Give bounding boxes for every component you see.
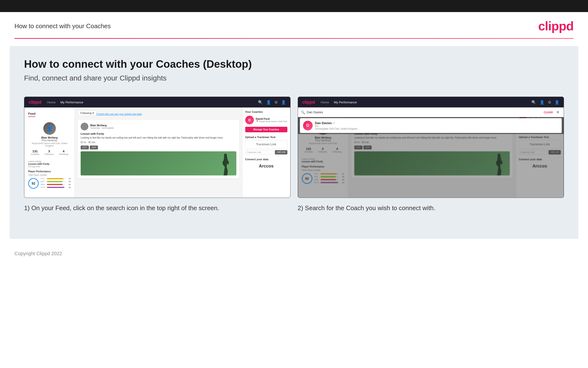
manage-coaches-button[interactable]: Manage Your Coaches — [245, 127, 287, 132]
page-title: How to connect with your Coaches — [14, 22, 111, 30]
result-avatar: D — [303, 121, 313, 130]
profile-name: Blair McHarg — [28, 136, 71, 139]
post-buttons: OTT APP — [81, 146, 236, 149]
perf-bars: OTT 90 APP 85 — [41, 178, 71, 189]
profile-avatar: 👤 — [43, 122, 56, 135]
clear-button[interactable]: CLEAR — [544, 111, 553, 114]
add-link-button[interactable]: Add Link — [275, 150, 287, 155]
panel-1: clippd Home My Performance 🔍 👤 ⚙ 👤 — [24, 97, 290, 212]
search-icon[interactable]: 🔍 — [258, 100, 263, 105]
browser-screenshot-1: clippd Home My Performance 🔍 👤 ⚙ 👤 — [24, 97, 290, 198]
app-nav-2: clippd Home My Performance 🔍 👤 ⚙ 👤 — [298, 97, 564, 108]
ott-btn[interactable]: OTT — [81, 146, 89, 149]
app-logo-2: clippd — [302, 100, 315, 105]
app-sidebar-1: Feed 👤 Blair McHarg Plus Handicap Royal … — [24, 108, 75, 198]
app-logo-1: clippd — [29, 100, 41, 105]
search-input-display[interactable]: Dan Davies — [307, 110, 542, 114]
result-club: Sunningdale Golf Club, United Kingdom — [315, 128, 358, 130]
feed-label: Feed — [28, 112, 35, 117]
upload-section: Upload a Trackman Test Trackman Link Tra… — [245, 136, 287, 155]
search-result-item[interactable]: D Dan Davies ✓ Pro Sunningdale Golf Club… — [300, 118, 562, 133]
search-icon-overlay: 🔍 — [301, 110, 305, 114]
control-link[interactable]: Control who can see your activity and da… — [97, 113, 142, 115]
nav-my-performance-2[interactable]: My Performance — [334, 101, 357, 104]
app-nav-icons-2: 🔍 👤 ⚙ 👤 — [531, 100, 559, 105]
copyright-text: Copyright Clippd 2022 — [14, 251, 62, 256]
app-nav-icons-1: 🔍 👤 ⚙ 👤 — [258, 100, 286, 105]
player-performance: Player Performance Total Player Quality … — [28, 170, 71, 189]
coaches-title: Your Coaches — [245, 110, 287, 113]
search-icon-2[interactable]: 🔍 — [531, 100, 536, 105]
nav-my-performance[interactable]: My Performance — [61, 101, 83, 104]
coach-item: D David Ford 📍 Royal North Devon Golf Cl… — [245, 116, 287, 124]
profile-icon-2[interactable]: 👤 — [540, 100, 544, 105]
trackman-box: Trackman Link — [245, 140, 287, 149]
screenshots-row: clippd Home My Performance 🔍 👤 ⚙ 👤 — [24, 97, 564, 212]
post-title: Lesson with Fordy — [81, 132, 236, 135]
search-overlay: 🔍 Dan Davies CLEAR ✕ D Dan Davies ✓ Pro — [298, 108, 564, 134]
result-role: Pro — [315, 125, 358, 128]
app-btn[interactable]: APP — [90, 146, 98, 149]
post-author-avatar — [81, 123, 88, 130]
trackman-input[interactable]: Trackman Link — [245, 150, 274, 155]
quality-score: 92 — [28, 178, 39, 189]
stat-followers: 3 Followers — [44, 149, 54, 156]
app-body-1: Feed 👤 Blair McHarg Plus Handicap Royal … — [24, 108, 290, 198]
search-bar: 🔍 Dan Davies CLEAR ✕ — [298, 108, 564, 117]
step-1-label: 1) On your Feed, click on the search ico… — [24, 204, 290, 212]
settings-icon-2[interactable]: ⚙ — [548, 100, 551, 105]
latest-activity: Latest Activity Lesson with Fordy 03 Aug… — [28, 160, 71, 168]
main-content: How to connect with your Coaches (Deskto… — [10, 46, 578, 239]
post-author: Blair McHarg Yesterday · Sunningdale — [81, 123, 236, 130]
nav-home[interactable]: Home — [47, 101, 56, 104]
step-2-label: 2) Search for the Coach you wish to conn… — [298, 204, 564, 212]
account-icon-2[interactable]: 👤 — [554, 100, 559, 105]
post-text: Looking to feel like my hands are exitin… — [81, 136, 236, 139]
app-nav-links-2: Home My Performance — [321, 101, 357, 104]
golfer-silhouette — [219, 154, 232, 175]
post-image — [81, 151, 236, 175]
footer: Copyright Clippd 2022 — [0, 246, 588, 261]
clippd-logo: clippd — [538, 19, 574, 33]
post-duration: 01 hr : 30 min — [81, 141, 236, 144]
location-icon: 📍 — [256, 120, 258, 123]
main-title: How to connect with your Coaches (Deskto… — [24, 58, 564, 70]
app-nav-1: clippd Home My Performance 🔍 👤 ⚙ 👤 — [24, 97, 290, 108]
profile-stats: 131 Activities 3 Followers 4 Following — [28, 149, 71, 156]
panel-2: clippd Home My Performance 🔍 👤 ⚙ 👤 — [298, 97, 564, 212]
nav-home-2[interactable]: Home — [321, 101, 329, 104]
result-name: Dan Davies — [315, 121, 332, 125]
top-bar — [0, 0, 588, 12]
main-subtitle: Find, connect and share your Clippd insi… — [24, 74, 564, 82]
following-button[interactable]: Following ▾ — [78, 110, 97, 116]
settings-icon[interactable]: ⚙ — [274, 100, 278, 105]
profile-card: 👤 Blair McHarg Plus Handicap Royal North… — [28, 120, 71, 158]
stat-activities: 131 Activities — [31, 149, 39, 156]
stat-following: 4 Following — [59, 149, 68, 156]
app-feed-1: Following ▾ Control who can see your act… — [75, 108, 242, 198]
profile-club: Royal North Devon Golf Club, United King… — [28, 142, 71, 147]
app-nav-links-1: Home My Performance — [47, 101, 83, 104]
app-coaches-1: Your Coaches D David Ford 📍 Royal North … — [242, 108, 290, 198]
header-divider — [14, 38, 574, 39]
profile-icon[interactable]: 👤 — [266, 100, 271, 105]
profile-handicap: Plus Handicap — [28, 139, 71, 142]
verified-icon: ✓ — [333, 121, 335, 125]
arccos-logo: Arccos — [245, 162, 287, 170]
account-icon[interactable]: 👤 — [281, 100, 286, 105]
coach-avatar: D — [245, 116, 254, 124]
header: How to connect with your Coaches clippd — [0, 12, 588, 38]
post-card: Blair McHarg Yesterday · Sunningdale Les… — [78, 120, 239, 178]
close-search-button[interactable]: ✕ — [555, 110, 561, 115]
browser-screenshot-2: clippd Home My Performance 🔍 👤 ⚙ 👤 — [298, 97, 564, 198]
